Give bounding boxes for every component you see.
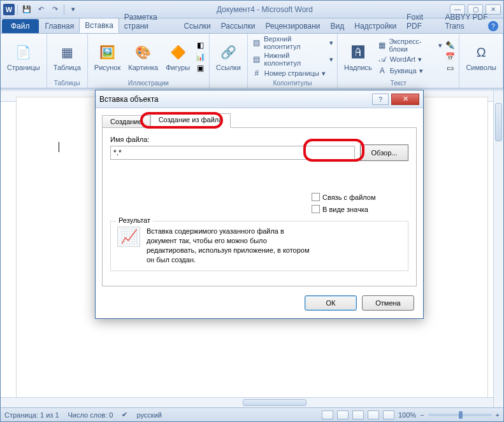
footer-icon: ▤ (252, 54, 262, 64)
zoom-thumb[interactable] (459, 411, 463, 419)
pages-button[interactable]: 📄 Страницы (4, 41, 43, 73)
dialog-panel: Имя файла: Обзор... Связь с файлом В вид… (102, 127, 417, 286)
object-icon[interactable]: ▭ (445, 63, 455, 73)
view-print[interactable] (322, 411, 333, 419)
clipart-icon: 🎨 (133, 42, 154, 62)
dialog-help-button[interactable]: ? (372, 94, 389, 105)
picture-icon: 🖼️ (97, 42, 118, 62)
ok-button[interactable]: ОК (305, 295, 357, 311)
shapes-button[interactable]: 🔶 Фигуры (163, 41, 192, 73)
symbols-button[interactable]: Ω Символы (463, 41, 499, 73)
picture-button[interactable]: 🖼️ Рисунок (92, 41, 124, 73)
status-words[interactable]: Число слов: 0 (68, 411, 113, 419)
view-web[interactable] (352, 411, 364, 419)
qat-more[interactable]: ▾ (67, 3, 80, 16)
checkbox-icon (312, 205, 320, 213)
status-lang[interactable]: русский (136, 411, 161, 419)
tab-review[interactable]: Рецензировани (261, 19, 326, 33)
ribbon-tabs: Файл Главная Вставка Разметка страни Ссы… (1, 18, 503, 34)
dialog-titlebar[interactable]: Вставка объекта ? ✕ (96, 90, 423, 108)
view-outline[interactable] (368, 411, 379, 419)
symbols-label: Символы (466, 64, 496, 71)
pagenum-icon: # (252, 68, 262, 78)
vertical-scrollbar[interactable] (493, 90, 503, 407)
text-cursor (59, 142, 59, 152)
pagenum-button[interactable]: #Номер страницы ▾ (252, 68, 333, 78)
group-links: 🔗 Ссылки (210, 34, 248, 88)
zoom-plus[interactable]: + (496, 411, 500, 419)
tab-references[interactable]: Ссылки (178, 19, 215, 33)
wordart-button[interactable]: 𝒜WordArt ▾ (377, 54, 443, 64)
picture-label: Рисунок (94, 64, 121, 71)
group-pages: 📄 Страницы (1, 34, 47, 88)
cancel-button[interactable]: Отмена (362, 295, 414, 311)
header-button[interactable]: ▤Верхний колонтитул ▾ (252, 35, 333, 50)
statusbar: Страница: 1 из 1 Число слов: 0 ✔ русский… (1, 407, 503, 421)
filename-label: Имя файла: (110, 136, 408, 143)
hf-group-label: Колонтитулы (252, 78, 333, 88)
quickparts-button[interactable]: ▦Экспресс-блоки ▾ (377, 38, 443, 53)
dialog-tabs: Создание Создание из файла (102, 113, 417, 128)
table-label: Таблица (54, 64, 81, 71)
links-button[interactable]: 🔗 Ссылки (213, 41, 243, 73)
displayicon-checkbox[interactable]: В виде значка (312, 205, 408, 213)
help-icon[interactable]: ? (488, 21, 498, 31)
result-text: Вставка содержимого указанного файла в д… (147, 227, 312, 264)
word-icon: W (3, 4, 15, 15)
tab-home[interactable]: Главная (40, 19, 80, 33)
tab-file[interactable]: Файл (2, 19, 39, 33)
tab-layout[interactable]: Разметка страни (119, 10, 179, 33)
clipart-button[interactable]: 🎨 Картинка (126, 41, 161, 73)
screenshot-icon[interactable]: ▣ (195, 63, 205, 73)
status-page[interactable]: Страница: 1 из 1 (4, 411, 59, 419)
tab-create-new[interactable]: Создание (102, 115, 150, 128)
link-checkbox[interactable]: Связь с файлом (312, 193, 408, 201)
dropcap-button[interactable]: AБуквица ▾ (377, 66, 443, 76)
view-draft[interactable] (383, 411, 394, 419)
sigline-icon[interactable]: ✒️ (445, 40, 455, 50)
dialog-close-button[interactable]: ✕ (391, 94, 419, 105)
textbox-icon: 🅰 (348, 42, 368, 62)
shapes-icon: 🔶 (168, 42, 188, 62)
link-icon: 🔗 (218, 42, 238, 62)
tab-foxit[interactable]: Foxit PDF (401, 10, 440, 33)
dialog-title: Вставка объекта (99, 95, 372, 104)
tab-view[interactable]: Вид (326, 19, 350, 33)
insert-object-dialog: Вставка объекта ? ✕ Создание Создание из… (95, 90, 424, 319)
tab-addins[interactable]: Надстройки (349, 19, 401, 33)
zoom-slider[interactable] (428, 414, 492, 416)
clipart-label: Картинка (128, 64, 158, 71)
tab-create-from-file[interactable]: Создание из файла (150, 113, 231, 128)
tab-insert[interactable]: Вставка (79, 18, 119, 33)
pages-label: Страницы (7, 64, 40, 71)
group-symbols: Ω Символы (459, 34, 503, 88)
filename-input[interactable] (110, 146, 355, 160)
horizontal-scrollbar[interactable] (1, 397, 493, 407)
quickparts-icon: ▦ (377, 40, 387, 50)
chart-icon[interactable]: 📊 (195, 52, 205, 62)
view-read[interactable] (337, 411, 349, 419)
zoom-label[interactable]: 100% (398, 411, 416, 419)
qat-save[interactable]: 💾 (20, 3, 33, 16)
footer-button[interactable]: ▤Нижний колонтитул ▾ (252, 52, 333, 67)
tab-mailings[interactable]: Рассылки (216, 19, 261, 33)
datetime-icon[interactable]: 📅 (445, 52, 455, 62)
browse-button[interactable]: Обзор... (360, 144, 408, 161)
vscroll-thumb[interactable] (495, 103, 502, 141)
shapes-label: Фигуры (166, 64, 190, 71)
smartart-icon[interactable]: ◧ (195, 40, 205, 50)
status-proof-icon[interactable]: ✔ (122, 411, 127, 419)
qat-redo[interactable]: ↷ (48, 3, 61, 16)
page-icon: 📄 (13, 42, 34, 62)
ribbon: 📄 Страницы ▦ Таблица Таблицы 🖼️ Рисунок (1, 34, 503, 88)
qat-undo[interactable]: ↶ (34, 3, 47, 16)
table-button[interactable]: ▦ Таблица (51, 41, 83, 73)
textbox-button[interactable]: 🅰 Надпись (342, 41, 375, 73)
hscroll-thumb[interactable] (243, 399, 306, 406)
zoom-minus[interactable]: − (420, 411, 424, 419)
wordart-icon: 𝒜 (377, 54, 387, 64)
app-window: W 💾 ↶ ↷ ▾ Документ4 - Microsoft Word — ▢… (0, 0, 504, 422)
checkbox-icon (312, 193, 320, 201)
text-group-label: Текст (342, 78, 455, 88)
textbox-label: Надпись (344, 64, 372, 71)
